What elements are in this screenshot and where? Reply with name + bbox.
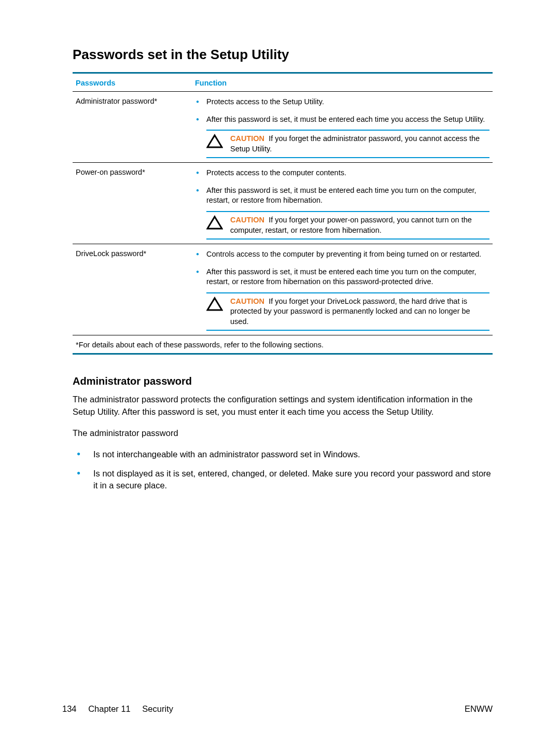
body-paragraph: The administrator password protects the …	[73, 393, 493, 417]
subsection-title: Administrator password	[73, 375, 493, 387]
password-function: Controls access to the computer by preve…	[192, 244, 493, 335]
caution-label: CAUTION	[230, 134, 264, 143]
svg-marker-2	[207, 298, 222, 310]
caution-box: CAUTION If you forget the administrator …	[206, 130, 489, 158]
table-row: DriveLock password* Controls access to t…	[73, 244, 493, 335]
function-bullet: Protects access to the computer contents…	[195, 168, 489, 178]
svg-marker-0	[207, 135, 222, 147]
header-function: Function	[192, 73, 493, 92]
caution-label: CAUTION	[230, 216, 264, 224]
function-bullet: After this password is set, it must be e…	[195, 115, 489, 125]
details-list: Is not interchangeable with an administr…	[73, 448, 493, 491]
table-footnote-row: *For details about each of these passwor…	[73, 335, 493, 354]
caution-text: If you forget the administrator password…	[230, 134, 480, 153]
caution-label: CAUTION	[230, 297, 264, 305]
body-paragraph: The administrator password	[73, 427, 493, 439]
function-bullet: Protects access to the Setup Utility.	[195, 97, 489, 107]
caution-box: CAUTION If you forget your DriveLock pas…	[206, 292, 489, 331]
caution-icon	[206, 297, 224, 311]
caution-text: If you forget your power-on password, yo…	[230, 216, 472, 234]
table-header-row: Passwords Function	[73, 73, 493, 92]
page-footer: 134 Chapter 11 Security ENWW	[62, 704, 493, 714]
caution-message: CAUTION If you forget your DriveLock pas…	[230, 297, 487, 327]
section-title: Passwords set in the Setup Utility	[73, 47, 493, 63]
page-number: 134	[62, 704, 77, 713]
password-function: Protects access to the computer contents…	[192, 163, 493, 244]
detail-bullet: Is not interchangeable with an administr…	[73, 448, 493, 460]
function-bullet: After this password is set, it must be e…	[195, 267, 489, 287]
table-row: Power-on password* Protects access to th…	[73, 163, 493, 244]
caution-text: If you forget your DriveLock password, t…	[230, 297, 470, 326]
password-name: Power-on password*	[73, 163, 192, 244]
footer-left: 134 Chapter 11 Security	[62, 704, 173, 714]
table-row: Administrator password* Protects access …	[73, 92, 493, 163]
function-bullet: After this password is set, it must be e…	[195, 186, 489, 206]
svg-marker-1	[207, 217, 222, 229]
table-footnote: *For details about each of these passwor…	[73, 335, 493, 354]
chapter-title: Security	[142, 704, 173, 713]
password-name: DriveLock password*	[73, 244, 192, 335]
caution-icon	[206, 215, 224, 230]
caution-message: CAUTION If you forget the administrator …	[230, 134, 487, 154]
footer-right: ENWW	[465, 704, 493, 714]
password-function: Protects access to the Setup Utility. Af…	[192, 92, 493, 163]
passwords-table: Passwords Function Administrator passwor…	[73, 72, 493, 355]
header-passwords: Passwords	[73, 73, 192, 92]
caution-icon	[206, 134, 224, 148]
chapter-label: Chapter 11	[88, 704, 131, 713]
caution-message: CAUTION If you forget your power-on pass…	[230, 215, 487, 235]
caution-box: CAUTION If you forget your power-on pass…	[206, 211, 489, 240]
password-name: Administrator password*	[73, 92, 192, 163]
function-bullet: Controls access to the computer by preve…	[195, 249, 489, 260]
detail-bullet: Is not displayed as it is set, entered, …	[73, 468, 493, 491]
